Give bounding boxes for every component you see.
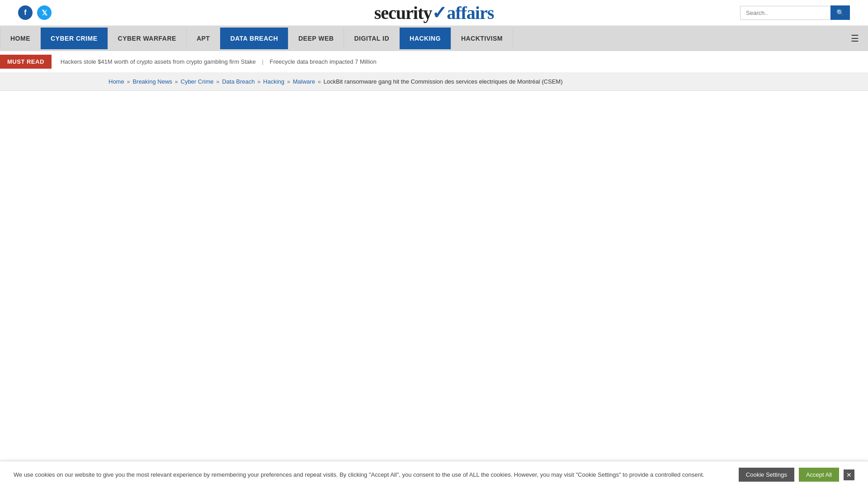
logo-security: security <box>374 3 432 23</box>
search-button[interactable]: 🔍 <box>830 5 850 20</box>
logo-affairs2: affairs <box>447 3 494 23</box>
breadcrumb-sep-3: » <box>216 79 219 85</box>
facebook-icon[interactable]: f <box>18 5 33 20</box>
breadcrumb-current: LockBit ransomware gang hit the Commissi… <box>324 78 563 85</box>
breadcrumb-home[interactable]: Home <box>108 78 124 85</box>
logo-affairs: ✓ <box>432 3 447 23</box>
breadcrumb-sep-4: » <box>257 79 260 85</box>
breadcrumb: Home » Breaking News » Cyber Crime » Dat… <box>108 78 760 85</box>
main-content <box>0 91 868 272</box>
nav-item-digital-id[interactable]: DIGITAL ID <box>344 28 400 49</box>
ticker-item-2: Freecycle data breach impacted 7 Million <box>269 58 376 65</box>
nav-item-hacktivism[interactable]: HACKTIVISM <box>451 28 513 49</box>
nav-item-cyber-warfare[interactable]: CYBER WARFARE <box>108 28 187 49</box>
ticker-bar: MUST READ Hackers stole $41M worth of cr… <box>0 51 868 73</box>
ticker-separator: | <box>262 58 265 65</box>
nav-items: HOME CYBER CRIME CYBER WARFARE APT DATA … <box>0 28 513 49</box>
breadcrumb-data-breach[interactable]: Data Breach <box>222 78 255 85</box>
search-container: 🔍 <box>740 5 850 20</box>
breadcrumb-hacking[interactable]: Hacking <box>263 78 284 85</box>
breadcrumb-sep-6: » <box>318 79 321 85</box>
top-bar: f 𝕏 security✓affairs 🔍 <box>0 0 868 26</box>
search-input[interactable] <box>740 6 830 20</box>
nav-item-deep-web[interactable]: DEEP WEB <box>288 28 344 49</box>
breadcrumb-section: Home » Breaking News » Cyber Crime » Dat… <box>0 73 868 91</box>
ticker-text: Hackers stole $41M worth of crypto asset… <box>61 58 377 65</box>
breadcrumb-breaking-news[interactable]: Breaking News <box>132 78 172 85</box>
must-read-badge: MUST READ <box>0 55 52 69</box>
nav-item-apt[interactable]: APT <box>187 28 221 49</box>
twitter-icon[interactable]: 𝕏 <box>37 5 52 20</box>
site-logo: security✓affairs <box>374 2 494 23</box>
hamburger-menu-icon[interactable]: ☰ <box>842 26 868 51</box>
ticker-item-1: Hackers stole $41M worth of crypto asset… <box>61 58 256 65</box>
breadcrumb-malware[interactable]: Malware <box>293 78 315 85</box>
nav-item-home[interactable]: HOME <box>0 28 41 49</box>
nav-item-hacking[interactable]: HACKING <box>400 28 451 49</box>
breadcrumb-sep-2: » <box>175 79 178 85</box>
logo-text: security✓affairs <box>374 2 494 23</box>
nav-item-cyber-crime[interactable]: CYBER CRIME <box>41 28 108 49</box>
main-nav: HOME CYBER CRIME CYBER WARFARE APT DATA … <box>0 26 868 51</box>
social-links: f 𝕏 <box>18 5 52 20</box>
breadcrumb-sep-1: » <box>127 79 130 85</box>
breadcrumb-cyber-crime[interactable]: Cyber Crime <box>181 78 214 85</box>
nav-item-data-breach[interactable]: DATA BREACH <box>220 28 288 49</box>
breadcrumb-sep-5: » <box>287 79 290 85</box>
